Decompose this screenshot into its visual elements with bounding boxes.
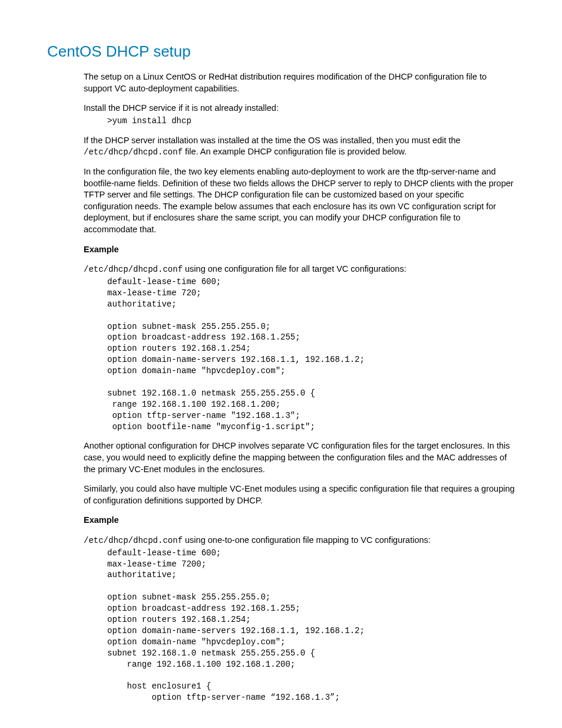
inline-code: /etc/dhcp/dhcpd.conf [84,147,183,157]
text: file. An example DHCP configuration file… [183,147,406,156]
example-heading: Example [84,244,515,256]
paragraph: /etc/dhcp/dhcpd.conf using one-to-one co… [84,535,515,546]
paragraph: The setup on a Linux CentOS or RedHat di… [84,71,515,94]
paragraph: Install the DHCP service if it is not al… [84,103,515,114]
text: using one configuration file for all tar… [183,264,406,274]
text: If the DHCP server installation was inst… [84,136,461,145]
paragraph: Another optional configuration for DHCP … [84,440,515,475]
inline-code: /etc/dhcp/dhcpd.conf [84,536,183,545]
page-footer: Appendix B: Auto-deployment process 279 [47,726,515,728]
paragraph: /etc/dhcp/dhcpd.conf using one configura… [84,263,515,275]
example-heading: Example [84,515,515,526]
content-area: The setup on a Linux CentOS or RedHat di… [84,71,515,703]
code-block: default-lease-time 600; max-lease-time 7… [107,548,515,703]
paragraph: If the DHCP server installation was inst… [84,135,515,158]
code-block: default-lease-time 600; max-lease-time 7… [107,276,515,432]
inline-code: /etc/dhcp/dhcpd.conf [84,265,183,274]
command: >yum install dhcp [107,116,515,127]
paragraph: Similarly, you could also have multiple … [84,483,515,506]
text: using one-to-one configuration file mapp… [183,535,431,545]
page-heading: CentOS DHCP setup [47,41,515,62]
paragraph: In the configuration file, the two key e… [84,166,515,235]
